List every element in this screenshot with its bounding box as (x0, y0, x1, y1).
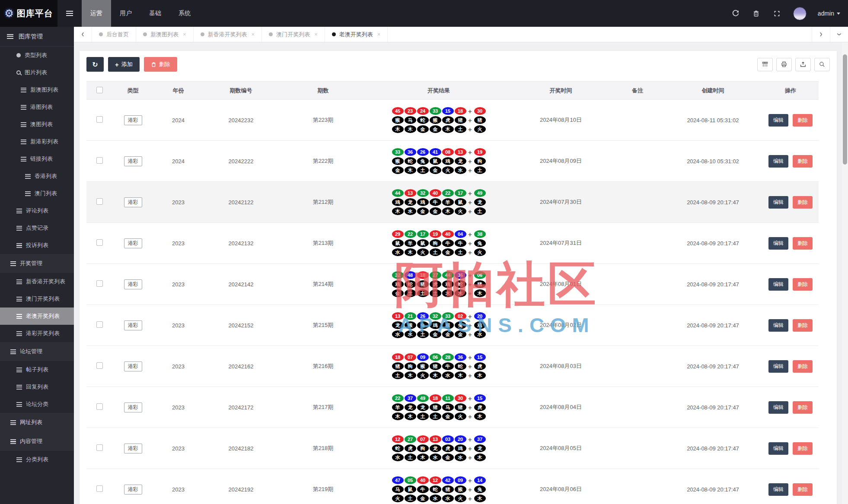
close-icon[interactable]: × (183, 31, 186, 38)
row-delete-button[interactable]: 删除 (793, 155, 813, 168)
refresh-icon[interactable] (731, 9, 740, 18)
row-delete-button[interactable]: 删除 (793, 360, 813, 373)
sidebar-item-forum-management[interactable]: 论坛管理 (0, 342, 74, 361)
refresh-table-button[interactable]: ↻ (86, 57, 104, 72)
row-checkbox[interactable] (96, 485, 103, 492)
row-checkbox[interactable] (96, 403, 103, 410)
edit-button[interactable]: 编辑 (768, 319, 788, 332)
sidebar-item-comment-list[interactable]: 评论列表 (0, 202, 74, 219)
trash-icon[interactable] (752, 9, 761, 18)
fullscreen-icon[interactable] (772, 9, 782, 18)
sidebar-item-macau-list[interactable]: 澳门列表 (0, 185, 74, 202)
sidebar-item-like-records[interactable]: 点赞记录 (0, 219, 74, 237)
select-all-checkbox[interactable] (96, 87, 103, 93)
menu-system[interactable]: 系统 (170, 0, 199, 27)
row-delete-button[interactable]: 删除 (793, 278, 813, 291)
tab-old-ao-draw-list[interactable]: 老澳开奖列表 × (325, 27, 388, 42)
user-avatar[interactable] (793, 7, 807, 20)
tabs-dropdown-button[interactable]: › (830, 27, 848, 42)
edit-button[interactable]: 编辑 (768, 483, 788, 496)
attribute-ball: 金 (430, 330, 441, 338)
sidebar-item-complaint-list[interactable]: 投诉列表 (0, 237, 74, 254)
row-checkbox[interactable] (96, 116, 103, 123)
menu-operations[interactable]: 运营 (82, 0, 111, 27)
sidebar-item-new-hk-lottery-list[interactable]: 新港彩列表 (0, 133, 74, 150)
search-button[interactable] (814, 58, 830, 71)
sidebar-item-forum-category[interactable]: 论坛分类 (0, 396, 74, 413)
sidebar-item-ao-image-list[interactable]: 澳图列表 (0, 116, 74, 133)
sidebar-item-draw-management[interactable]: 开奖管理 (0, 254, 74, 273)
sidebar-item-new-ao-image-list[interactable]: 新澳图列表 (0, 81, 74, 98)
sidebar-item-type-list[interactable]: 类型列表 (0, 47, 74, 64)
row-delete-button[interactable]: 删除 (793, 401, 813, 414)
tab-new-hk-draw-list[interactable]: 新香港开奖列表 × (194, 27, 262, 42)
attribute-ball: 金 (455, 330, 466, 338)
tabs-scroll-right-button[interactable]: › (812, 27, 830, 42)
attribute-ball: 猴 (430, 116, 441, 124)
columns-toggle-button[interactable] (757, 58, 773, 71)
close-icon[interactable]: × (252, 31, 255, 38)
row-checkbox[interactable] (96, 444, 103, 451)
export-button[interactable] (795, 58, 811, 71)
sidebar-item-macau-draw-list[interactable]: 澳门开奖列表 (0, 290, 74, 307)
sidebar-item-hk-lottery-draw-list[interactable]: 港彩开奖列表 (0, 325, 74, 342)
sidebar-item-hk-image-list[interactable]: 港图列表 (0, 98, 74, 116)
row-checkbox[interactable] (96, 362, 103, 369)
sidebar-item-category-list[interactable]: 分类列表 (0, 451, 74, 468)
sidebar-item-old-ao-draw-list[interactable]: 老澳开奖列表 (0, 307, 74, 325)
row-checkbox[interactable] (96, 157, 103, 164)
ball-line: 鸡蛇猪虎鸡蛇+猪 (367, 280, 510, 288)
tab-home[interactable]: 后台首页 (92, 27, 136, 42)
row-delete-button[interactable]: 删除 (793, 237, 813, 250)
row-checkbox[interactable] (96, 321, 103, 328)
edit-button[interactable]: 编辑 (768, 155, 788, 168)
sidebar-item-post-list[interactable]: 帖子列表 (0, 361, 74, 378)
sidebar-item-url-list[interactable]: 网址列表 (0, 413, 74, 432)
cell-created-time: 2024-08-09 20:17:47 (663, 428, 762, 469)
sidebar-item-link-list[interactable]: 链接列表 (0, 150, 74, 168)
menu-basic[interactable]: 基础 (140, 0, 170, 27)
ball-line: 蛇虎狗龙虎鸡+龙 (367, 444, 510, 452)
sidebar-collapse-button[interactable] (57, 0, 82, 27)
sidebar-title[interactable]: 图库管理 (0, 27, 74, 47)
close-icon[interactable]: × (314, 31, 318, 38)
tabs-scroll-left-button[interactable]: ‹ (74, 27, 92, 42)
lottery-ball: 22 (405, 230, 416, 238)
header-year: 年份 (153, 82, 203, 100)
scrollbar-thumb[interactable] (843, 54, 847, 165)
sidebar-item-label: 澳门列表 (35, 190, 57, 197)
row-checkbox[interactable] (96, 198, 103, 205)
row-delete-button[interactable]: 删除 (793, 196, 813, 209)
row-checkbox[interactable] (96, 280, 103, 287)
row-checkbox[interactable] (96, 239, 103, 246)
edit-button[interactable]: 编辑 (768, 196, 788, 209)
sidebar-item-new-hk-draw-list[interactable]: 新香港开奖列表 (0, 273, 74, 290)
edit-button[interactable]: 编辑 (768, 278, 788, 291)
edit-button[interactable]: 编辑 (768, 237, 788, 250)
row-delete-button[interactable]: 删除 (793, 483, 813, 496)
sidebar-item-reply-list[interactable]: 回复列表 (0, 378, 74, 396)
sidebar-item-hongkong-list[interactable]: 香港列表 (0, 168, 74, 185)
tab-macau-draw-list[interactable]: 澳门开奖列表 × (262, 27, 325, 42)
print-button[interactable] (776, 58, 792, 71)
add-button[interactable]: + 添加 (108, 57, 140, 72)
edit-button[interactable]: 编辑 (768, 360, 788, 373)
close-icon[interactable]: × (377, 31, 381, 38)
cell-actions: 编辑删除 (762, 141, 819, 182)
menu-users[interactable]: 用户 (111, 0, 140, 27)
row-delete-button[interactable]: 删除 (793, 319, 813, 332)
delete-button[interactable]: 删除 (144, 57, 177, 72)
sidebar-item-content-management[interactable]: 内容管理 (0, 432, 74, 451)
user-menu[interactable]: admin (818, 10, 840, 17)
row-delete-button[interactable]: 删除 (793, 114, 813, 127)
edit-button[interactable]: 编辑 (768, 401, 788, 414)
cell-draw-result: 223749181130+15羊龙龙猪马猪+虎木木土土金火+木 (367, 387, 510, 428)
row-delete-button[interactable]: 删除 (793, 442, 813, 455)
edit-button[interactable]: 编辑 (768, 114, 788, 127)
sidebar-item-image-list[interactable]: 图片列表 (0, 64, 74, 81)
tab-new-ao-image-list[interactable]: 新澳图列表 × (136, 27, 194, 42)
lottery-ball: 44 (442, 271, 454, 279)
sidebar-item-label: 新港彩列表 (30, 138, 58, 146)
list-icon (16, 314, 22, 319)
edit-button[interactable]: 编辑 (768, 442, 788, 455)
